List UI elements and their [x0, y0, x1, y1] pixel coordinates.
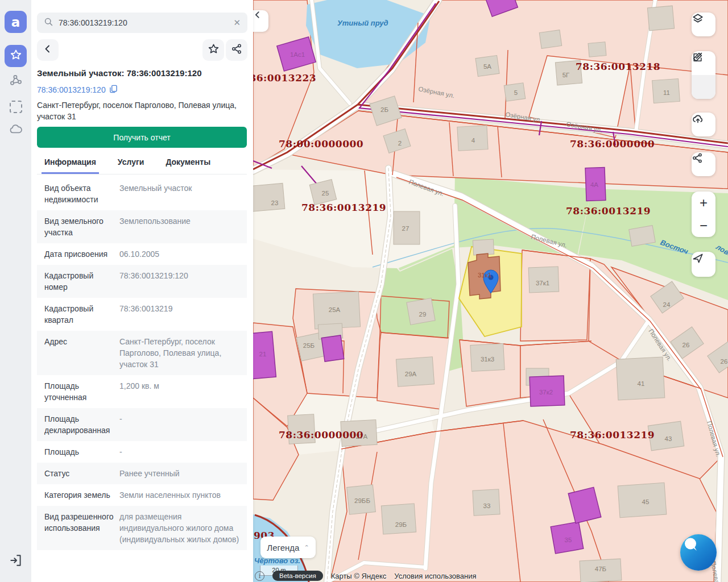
row-label: Площадь: [44, 446, 114, 458]
object-panel: ✕ Земельный участок: 78:36:0013219:120 7…: [31, 0, 253, 582]
search-icon: [44, 17, 53, 29]
sidebar-item-select-area[interactable]: [8, 99, 23, 114]
tab-services[interactable]: Услуги: [115, 154, 147, 174]
row-label: Адрес: [44, 336, 114, 370]
row-value: -: [119, 413, 247, 436]
back-button[interactable]: [37, 39, 59, 61]
tab-documents[interactable]: Документы: [163, 154, 213, 174]
cadastral-quarter-label: 78:36:0013219: [570, 429, 655, 440]
building-label: 25А: [329, 306, 341, 313]
building-label: 24: [663, 301, 671, 308]
cloud-icon: [9, 122, 23, 139]
building[interactable]: [473, 239, 494, 255]
building-label: 21: [259, 351, 267, 357]
logout-icon: [9, 553, 23, 570]
building[interactable]: [253, 183, 285, 211]
copy-icon[interactable]: [109, 85, 118, 95]
cadastral-quarter-label: 78:36:0013218: [576, 61, 660, 72]
building-label: 11: [663, 89, 670, 96]
row-value: Санкт-Петербург, поселок Парголово, Поле…: [119, 336, 247, 370]
building-label: 26: [682, 342, 690, 348]
legend-label: Легенда: [267, 543, 299, 552]
upload-button[interactable]: [692, 113, 715, 136]
building-label: 35: [565, 537, 572, 543]
map-svg: Озёрная ул. Озёрная ул. Озёрная ул. Поле…: [253, 0, 728, 582]
info-table: Вид объекта недвижимостиЗемельный участо…: [37, 177, 247, 550]
building-label: 47Б: [595, 566, 606, 572]
building-label: 4: [471, 137, 475, 144]
map-canvas[interactable]: Озёрная ул. Озёрная ул. Озёрная ул. Поле…: [253, 0, 728, 582]
panel-collapse-button[interactable]: [253, 10, 268, 32]
building[interactable]: [647, 6, 674, 31]
building[interactable]: [539, 30, 562, 49]
row-label: Вид разрешенного использования: [44, 511, 114, 545]
building-label: 2Б: [380, 106, 388, 113]
tab-information[interactable]: Информация: [42, 154, 99, 174]
draw-button[interactable]: [692, 75, 715, 99]
building[interactable]: [381, 504, 416, 534]
cadastral-quarter-label: 78:36:0013223: [253, 72, 316, 84]
building[interactable]: [321, 335, 344, 361]
row-label: Площадь декларированная: [44, 413, 114, 436]
tabs: Информация Услуги Документы: [37, 154, 247, 174]
building-label: 29Б: [395, 521, 407, 528]
table-row: Площадь уточненная1,200 кв. м: [37, 375, 247, 408]
building-label: 31к1: [478, 272, 491, 278]
building-label: 41: [638, 380, 645, 387]
table-row: Вид земельного участкаЗемлепользование: [37, 210, 247, 243]
app-logo[interactable]: a: [5, 11, 27, 33]
sidebar-rail: a: [0, 0, 31, 582]
chevron-left-icon: [43, 44, 53, 56]
building-label: 4А: [590, 181, 598, 188]
sidebar-item-polygon-tool[interactable]: [8, 74, 23, 89]
zoom-out-button[interactable]: −: [692, 214, 715, 237]
info-icon[interactable]: i: [255, 571, 264, 581]
building-label: 45: [642, 498, 650, 505]
locate-button[interactable]: [692, 252, 715, 277]
building[interactable]: [588, 42, 606, 57]
cadastral-quarter-label: 78:36:0013219: [566, 205, 651, 217]
row-value: Земли населенных пунктов: [119, 489, 247, 501]
share-button[interactable]: [226, 39, 247, 61]
row-label: Кадастровый квартал: [44, 303, 114, 326]
table-row: АдресСанкт-Петербург, поселок Парголово,…: [37, 331, 247, 375]
row-value: 1,200 кв. м: [119, 380, 247, 403]
cadastral-number-link[interactable]: 78:36:0013219:120: [37, 85, 106, 94]
sidebar-item-favorites[interactable]: [5, 45, 27, 67]
table-row: Дата присвоения06.10.2005: [37, 243, 247, 265]
get-report-button[interactable]: Получить отчет: [37, 127, 247, 148]
row-label: Кадастровый номер: [44, 270, 114, 293]
legend-button[interactable]: Легенда ⌃: [260, 537, 316, 558]
building-label: 43: [665, 435, 672, 442]
plus-icon: +: [700, 196, 708, 210]
building-label: 27: [402, 225, 410, 232]
building-label: 23: [271, 199, 279, 206]
cadastral-quarter-label: 78:36:0000000: [279, 429, 363, 440]
sidebar-item-layers-cloud[interactable]: [8, 123, 23, 138]
layers-button[interactable]: [692, 13, 715, 36]
polygon-icon: [9, 73, 23, 90]
favorite-button[interactable]: [202, 39, 224, 61]
building-label: 25: [322, 190, 329, 197]
search-input[interactable]: [59, 18, 233, 27]
row-label: Дата присвоения: [44, 248, 114, 260]
building-label: 1Ас1: [290, 51, 305, 58]
table-row: Категория земельЗемли населенных пунктов: [37, 484, 247, 506]
table-row: Вид разрешенного использованиядля размещ…: [37, 506, 247, 550]
row-value: 78:36:0013219: [119, 303, 247, 326]
zoom-in-button[interactable]: +: [692, 192, 715, 214]
share-map-button[interactable]: [692, 152, 715, 176]
cadastral-quarter-label: 78:36:0013219: [301, 202, 386, 213]
page-title: Земельный участок: 78:36:0013219:120: [37, 68, 247, 78]
row-value: Ранее учтенный: [119, 468, 247, 479]
search-bar: ✕: [37, 13, 247, 33]
select-area-icon: [10, 101, 22, 113]
clear-search-icon[interactable]: ✕: [233, 18, 241, 28]
building[interactable]: [616, 357, 665, 400]
terms-link[interactable]: Условия использования: [394, 572, 476, 580]
chat-button[interactable]: [680, 534, 717, 571]
sidebar-item-exit[interactable]: [8, 554, 23, 569]
zoom-controls: + −: [692, 192, 715, 237]
row-value: -: [119, 446, 247, 458]
share-icon: [231, 43, 242, 57]
